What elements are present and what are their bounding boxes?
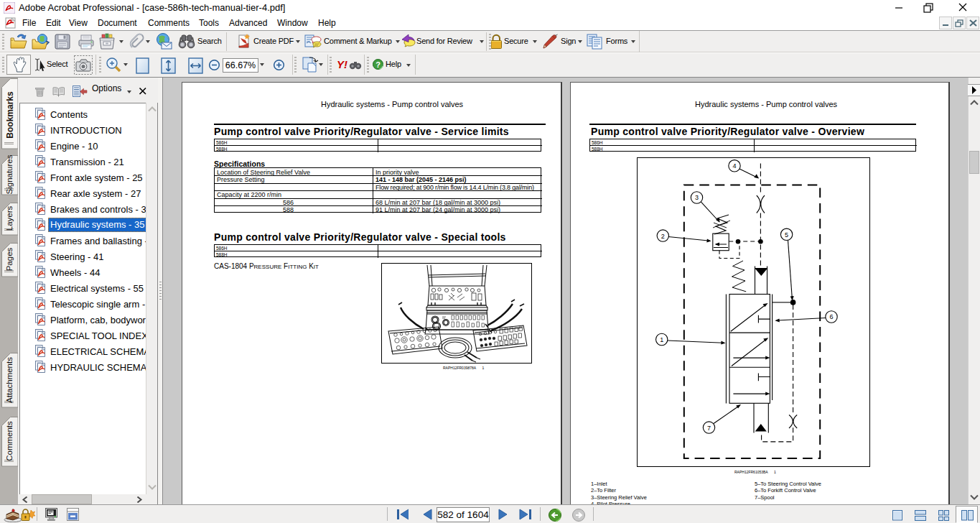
svg-text:6: 6 (829, 313, 833, 320)
svg-text:5: 5 (785, 231, 788, 239)
svg-text:4: 4 (732, 162, 736, 170)
svg-text:1: 1 (660, 336, 663, 343)
svg-text:Bookmarks: Bookmarks (5, 91, 15, 139)
svg-text:Comments: Comments (5, 421, 14, 461)
svg-text:3: 3 (695, 194, 699, 201)
svg-text:Attachments: Attachments (5, 357, 14, 403)
svg-text:Pages: Pages (5, 247, 14, 271)
svg-text:7: 7 (707, 425, 711, 432)
svg-text:Signatures: Signatures (5, 154, 14, 194)
svg-text:Y!: Y! (337, 58, 347, 70)
svg-text:2: 2 (661, 233, 665, 240)
svg-text:Layers: Layers (5, 205, 14, 231)
svg-text:?: ? (375, 60, 381, 69)
